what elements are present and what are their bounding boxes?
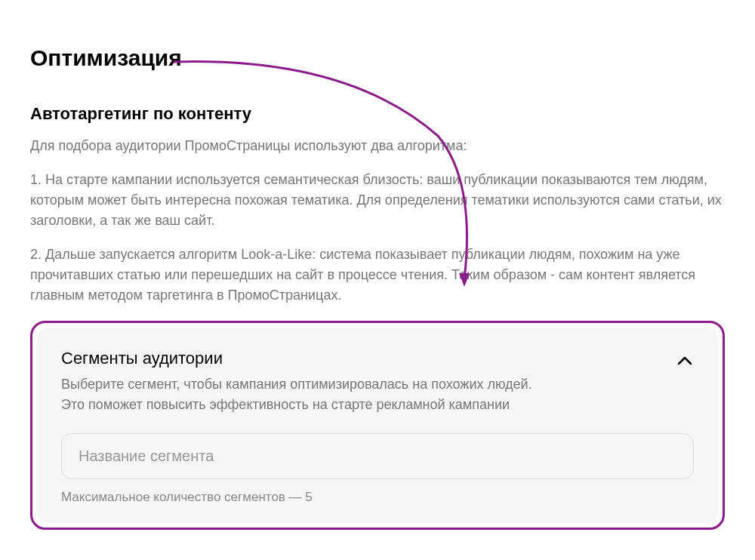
chevron-up-icon[interactable]: [676, 352, 694, 370]
segments-hint: Максимальное количество сегментов — 5: [61, 490, 694, 505]
algorithm-1-text: 1. На старте кампании используется семан…: [30, 170, 725, 231]
section-title: Автотаргетинг по контенту: [30, 104, 725, 124]
algorithm-2-text: 2. Дальше запускается алгоритм Look-a-Li…: [30, 245, 725, 306]
segments-panel-desc-line2: Это поможет повысить эффективность на ст…: [61, 395, 664, 415]
segments-panel-header[interactable]: Сегменты аудитории Выберите сегмент, что…: [61, 349, 694, 415]
intro-text: Для подбора аудитории ПромоСтраницы испо…: [30, 136, 725, 156]
segments-panel-desc-line1: Выберите сегмент, чтобы кампания оптимиз…: [61, 374, 664, 395]
segments-panel: Сегменты аудитории Выберите сегмент, что…: [37, 328, 718, 523]
segments-panel-highlight: Сегменты аудитории Выберите сегмент, что…: [30, 321, 725, 530]
segment-name-input[interactable]: [61, 433, 694, 479]
page-title: Оптимизация: [30, 45, 725, 71]
segments-panel-title: Сегменты аудитории: [61, 349, 664, 368]
